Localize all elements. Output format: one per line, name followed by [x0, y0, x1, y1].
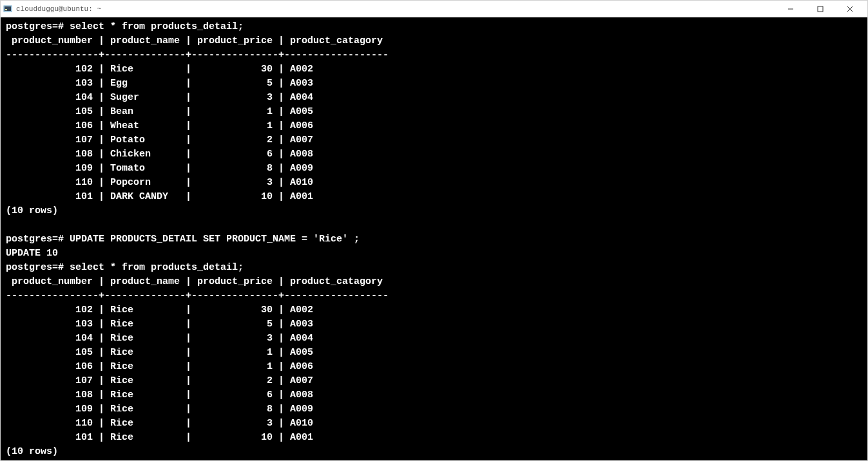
maximize-button[interactable]	[805, 1, 835, 17]
window-title: cloudduggu@ubuntu: ~	[16, 5, 101, 13]
titlebar: cloudduggu@ubuntu: ~	[1, 1, 867, 17]
putty-icon	[3, 5, 12, 14]
terminal-window: cloudduggu@ubuntu: ~ postgres=# select *…	[0, 0, 868, 461]
minimize-button[interactable]	[776, 1, 805, 17]
close-button[interactable]	[835, 1, 865, 17]
svg-rect-4	[818, 6, 823, 12]
terminal-output[interactable]: postgres=# select * from products_detail…	[1, 17, 867, 460]
svg-rect-2	[5, 9, 7, 10]
